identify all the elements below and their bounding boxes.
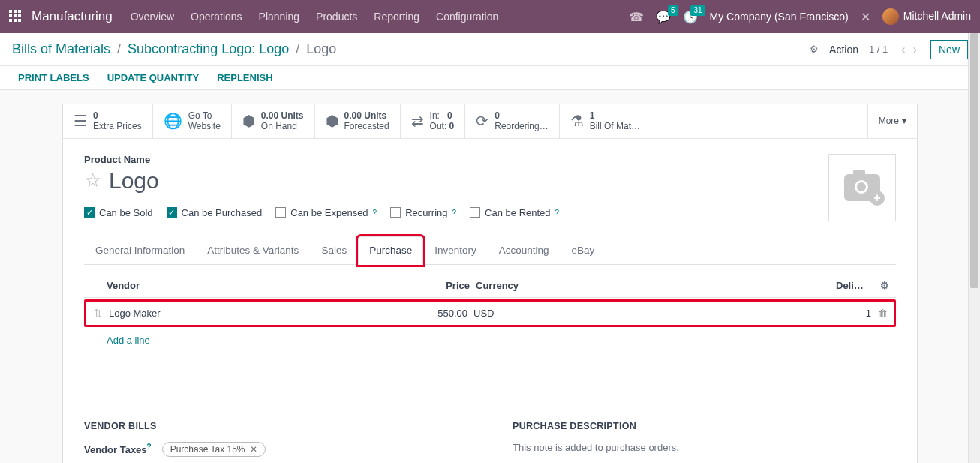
tab-ebay[interactable]: eBay [561, 236, 606, 264]
print-labels-button[interactable]: PRINT LABELS [18, 72, 89, 83]
stat-more[interactable]: More▾ [867, 104, 917, 138]
col-currency: Currency [476, 280, 551, 291]
col-vendor: Vendor [107, 280, 401, 291]
camera-icon: + [844, 174, 880, 201]
company-switcher[interactable]: My Company (San Francisco) [710, 11, 849, 23]
messages-icon[interactable]: 💬5 [656, 10, 671, 24]
stat-reordering[interactable]: ⟳ 0Reordering… [465, 104, 559, 138]
activities-badge: 31 [690, 5, 705, 16]
stat-on-hand[interactable]: ⬢ 0.00 UnitsOn Hand [232, 104, 315, 138]
new-button[interactable]: New [930, 40, 968, 59]
gear-icon[interactable]: ⚙ [810, 44, 819, 55]
stat-forecasted[interactable]: ⬢ 0.00 UnitsForecasted [315, 104, 401, 138]
list-icon: ☰ [74, 112, 87, 130]
stat-in-out[interactable]: ⇄ In: 0 Out: 0 [401, 104, 466, 138]
vendor-row[interactable]: ⇅ Logo Maker 550.00 USD 1 🗑 [84, 299, 896, 327]
globe-icon: 🌐 [164, 112, 182, 130]
check-can-be-purchased[interactable]: ✓Can be Purchased [167, 207, 263, 218]
delivery-qty-cell[interactable]: 1 [834, 308, 871, 319]
tools-icon[interactable]: ✕ [861, 10, 870, 24]
tab-accounting[interactable]: Accounting [488, 236, 561, 264]
stat-extra-prices[interactable]: ☰ 0Extra Prices [63, 104, 153, 138]
help-icon[interactable]: ? [555, 209, 560, 217]
flask-icon: ⚗ [570, 112, 584, 130]
product-name-label: Product Name [84, 154, 798, 165]
cubes-icon: ⬢ [326, 112, 338, 130]
breadcrumb-current: Logo [306, 41, 336, 56]
breadcrumb: Bills of Materials / Subcontracting Logo… [12, 41, 810, 57]
nav-planning[interactable]: Planning [259, 11, 300, 23]
refresh-icon: ⟳ [476, 112, 488, 130]
add-line-button[interactable]: Add a line [84, 327, 896, 353]
breadcrumb-subcontracting[interactable]: Subcontracting Logo: Logo [128, 41, 289, 56]
caret-down-icon: ▾ [902, 116, 906, 126]
vendor-tax-tag[interactable]: Purchase Tax 15%✕ [162, 442, 266, 457]
transfer-icon: ⇄ [411, 112, 424, 130]
update-quantity-button[interactable]: UPDATE QUANTITY [107, 72, 200, 83]
action-menu[interactable]: Action [829, 44, 858, 56]
vendor-taxes-label: Vendor Taxes? [84, 443, 152, 455]
pager-next[interactable]: › [910, 43, 920, 56]
remove-tag-icon[interactable]: ✕ [250, 444, 257, 455]
stat-bom[interactable]: ⚗ 1Bill Of Mat… [560, 104, 651, 138]
tab-inventory[interactable]: Inventory [423, 236, 488, 264]
check-recurring[interactable]: Recurring? [390, 207, 456, 218]
tab-general-information[interactable]: General Information [84, 236, 196, 264]
scrollbar-thumb[interactable] [970, 33, 978, 288]
user-menu[interactable]: Mitchell Admin [882, 8, 971, 25]
scrollbar[interactable] [968, 33, 980, 463]
favorite-star[interactable]: ☆ [84, 169, 101, 192]
support-icon[interactable]: ☎ [629, 10, 644, 24]
product-name[interactable]: Logo [109, 168, 159, 194]
check-can-be-expensed[interactable]: Can be Expensed? [275, 207, 377, 218]
price-cell[interactable]: 550.00 [398, 308, 473, 319]
messages-badge: 5 [668, 5, 678, 16]
currency-cell[interactable]: USD [473, 308, 549, 319]
nav-reporting[interactable]: Reporting [374, 11, 419, 23]
pager: 1 / 1 [869, 44, 888, 55]
purchase-description-heading: PURCHASE DESCRIPTION [513, 421, 896, 431]
cubes-icon: ⬢ [242, 112, 255, 130]
nav-products[interactable]: Products [316, 11, 357, 23]
nav-overview[interactable]: Overview [131, 11, 174, 23]
delete-row-icon[interactable]: 🗑 [871, 308, 894, 319]
replenish-button[interactable]: REPLENISH [217, 72, 272, 83]
vendor-cell[interactable]: Logo Maker [109, 308, 398, 319]
stat-goto-website[interactable]: 🌐 Go ToWebsite [153, 104, 232, 138]
product-image-upload[interactable]: + [828, 154, 896, 221]
col-price: Price [401, 280, 476, 291]
tab-attributes-variants[interactable]: Attributes & Variants [196, 236, 310, 264]
column-settings-icon[interactable]: ⚙ [873, 280, 896, 291]
pager-prev[interactable]: ‹ [898, 43, 908, 56]
help-icon[interactable]: ? [147, 443, 152, 451]
drag-handle-icon[interactable]: ⇅ [86, 308, 109, 319]
help-icon[interactable]: ? [452, 209, 457, 217]
activities-icon[interactable]: 🕓31 [683, 10, 698, 24]
apps-icon[interactable] [9, 10, 23, 23]
check-can-be-rented[interactable]: Can be Rented? [470, 207, 559, 218]
brand: Manufacturing [32, 9, 113, 24]
tab-sales[interactable]: Sales [310, 236, 358, 264]
tab-purchase[interactable]: Purchase [358, 236, 423, 265]
check-can-be-sold[interactable]: ✓Can be Sold [84, 207, 153, 218]
avatar [882, 8, 899, 25]
col-delivery: Deli… [836, 280, 873, 291]
vendor-bills-heading: VENDOR BILLS [84, 421, 467, 431]
breadcrumb-bom[interactable]: Bills of Materials [12, 41, 110, 56]
help-icon[interactable]: ? [373, 209, 377, 217]
nav-configuration[interactable]: Configuration [436, 11, 498, 23]
nav-operations[interactable]: Operations [191, 11, 242, 23]
purchase-description-note[interactable]: This note is added to purchase orders. [513, 442, 896, 453]
